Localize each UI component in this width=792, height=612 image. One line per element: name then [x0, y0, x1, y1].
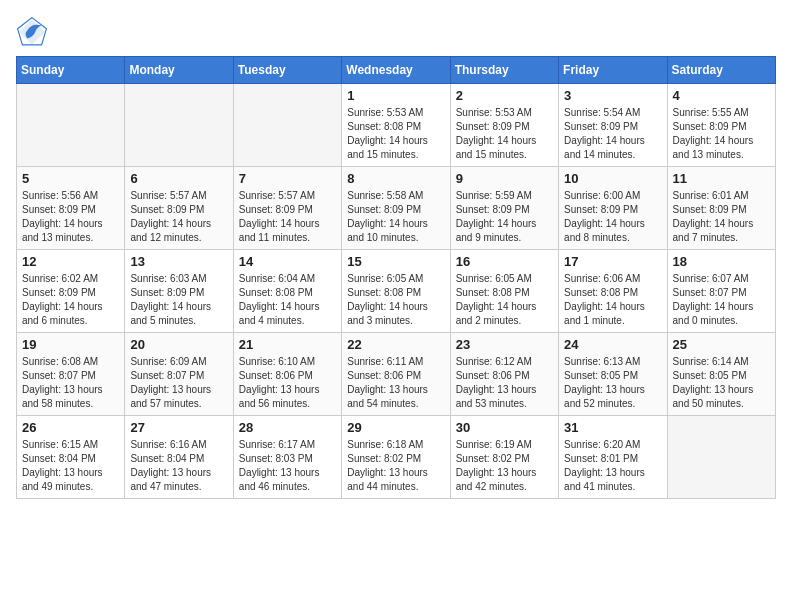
day-number: 8 [347, 171, 444, 186]
calendar-day-cell [125, 84, 233, 167]
day-info: Sunrise: 5:57 AM Sunset: 8:09 PM Dayligh… [239, 189, 336, 245]
day-info: Sunrise: 5:54 AM Sunset: 8:09 PM Dayligh… [564, 106, 661, 162]
day-info: Sunrise: 6:00 AM Sunset: 8:09 PM Dayligh… [564, 189, 661, 245]
day-number: 28 [239, 420, 336, 435]
day-info: Sunrise: 6:19 AM Sunset: 8:02 PM Dayligh… [456, 438, 553, 494]
calendar-day-cell: 26Sunrise: 6:15 AM Sunset: 8:04 PM Dayli… [17, 416, 125, 499]
day-number: 21 [239, 337, 336, 352]
weekday-header: Monday [125, 57, 233, 84]
day-number: 19 [22, 337, 119, 352]
calendar-day-cell: 19Sunrise: 6:08 AM Sunset: 8:07 PM Dayli… [17, 333, 125, 416]
calendar-day-cell: 17Sunrise: 6:06 AM Sunset: 8:08 PM Dayli… [559, 250, 667, 333]
calendar-week-row: 1Sunrise: 5:53 AM Sunset: 8:08 PM Daylig… [17, 84, 776, 167]
day-number: 24 [564, 337, 661, 352]
calendar-day-cell: 14Sunrise: 6:04 AM Sunset: 8:08 PM Dayli… [233, 250, 341, 333]
day-info: Sunrise: 5:58 AM Sunset: 8:09 PM Dayligh… [347, 189, 444, 245]
day-number: 13 [130, 254, 227, 269]
day-info: Sunrise: 6:04 AM Sunset: 8:08 PM Dayligh… [239, 272, 336, 328]
day-info: Sunrise: 6:08 AM Sunset: 8:07 PM Dayligh… [22, 355, 119, 411]
calendar-day-cell: 10Sunrise: 6:00 AM Sunset: 8:09 PM Dayli… [559, 167, 667, 250]
weekday-header: Wednesday [342, 57, 450, 84]
calendar-header: SundayMondayTuesdayWednesdayThursdayFrid… [17, 57, 776, 84]
day-info: Sunrise: 6:13 AM Sunset: 8:05 PM Dayligh… [564, 355, 661, 411]
calendar-day-cell: 6Sunrise: 5:57 AM Sunset: 8:09 PM Daylig… [125, 167, 233, 250]
calendar-day-cell [667, 416, 775, 499]
day-number: 11 [673, 171, 770, 186]
calendar-day-cell: 27Sunrise: 6:16 AM Sunset: 8:04 PM Dayli… [125, 416, 233, 499]
day-info: Sunrise: 6:05 AM Sunset: 8:08 PM Dayligh… [456, 272, 553, 328]
day-info: Sunrise: 6:01 AM Sunset: 8:09 PM Dayligh… [673, 189, 770, 245]
calendar-day-cell: 15Sunrise: 6:05 AM Sunset: 8:08 PM Dayli… [342, 250, 450, 333]
day-number: 3 [564, 88, 661, 103]
day-number: 17 [564, 254, 661, 269]
day-info: Sunrise: 5:57 AM Sunset: 8:09 PM Dayligh… [130, 189, 227, 245]
day-number: 18 [673, 254, 770, 269]
day-info: Sunrise: 6:06 AM Sunset: 8:08 PM Dayligh… [564, 272, 661, 328]
day-info: Sunrise: 6:02 AM Sunset: 8:09 PM Dayligh… [22, 272, 119, 328]
day-number: 29 [347, 420, 444, 435]
day-number: 25 [673, 337, 770, 352]
day-info: Sunrise: 5:55 AM Sunset: 8:09 PM Dayligh… [673, 106, 770, 162]
logo-icon [16, 16, 48, 48]
weekday-header: Thursday [450, 57, 558, 84]
calendar-day-cell: 12Sunrise: 6:02 AM Sunset: 8:09 PM Dayli… [17, 250, 125, 333]
calendar-day-cell: 13Sunrise: 6:03 AM Sunset: 8:09 PM Dayli… [125, 250, 233, 333]
day-number: 27 [130, 420, 227, 435]
day-info: Sunrise: 6:03 AM Sunset: 8:09 PM Dayligh… [130, 272, 227, 328]
day-info: Sunrise: 6:12 AM Sunset: 8:06 PM Dayligh… [456, 355, 553, 411]
calendar-day-cell: 22Sunrise: 6:11 AM Sunset: 8:06 PM Dayli… [342, 333, 450, 416]
weekday-header: Tuesday [233, 57, 341, 84]
day-info: Sunrise: 6:11 AM Sunset: 8:06 PM Dayligh… [347, 355, 444, 411]
day-number: 16 [456, 254, 553, 269]
calendar-day-cell: 28Sunrise: 6:17 AM Sunset: 8:03 PM Dayli… [233, 416, 341, 499]
calendar-day-cell: 25Sunrise: 6:14 AM Sunset: 8:05 PM Dayli… [667, 333, 775, 416]
calendar-day-cell: 29Sunrise: 6:18 AM Sunset: 8:02 PM Dayli… [342, 416, 450, 499]
calendar-day-cell: 23Sunrise: 6:12 AM Sunset: 8:06 PM Dayli… [450, 333, 558, 416]
calendar-day-cell: 11Sunrise: 6:01 AM Sunset: 8:09 PM Dayli… [667, 167, 775, 250]
day-number: 7 [239, 171, 336, 186]
day-number: 23 [456, 337, 553, 352]
calendar-day-cell: 30Sunrise: 6:19 AM Sunset: 8:02 PM Dayli… [450, 416, 558, 499]
calendar-day-cell: 4Sunrise: 5:55 AM Sunset: 8:09 PM Daylig… [667, 84, 775, 167]
calendar-day-cell [17, 84, 125, 167]
day-info: Sunrise: 6:05 AM Sunset: 8:08 PM Dayligh… [347, 272, 444, 328]
calendar-week-row: 5Sunrise: 5:56 AM Sunset: 8:09 PM Daylig… [17, 167, 776, 250]
day-number: 31 [564, 420, 661, 435]
calendar-day-cell: 20Sunrise: 6:09 AM Sunset: 8:07 PM Dayli… [125, 333, 233, 416]
day-number: 15 [347, 254, 444, 269]
calendar-day-cell: 2Sunrise: 5:53 AM Sunset: 8:09 PM Daylig… [450, 84, 558, 167]
logo [16, 16, 52, 48]
day-number: 6 [130, 171, 227, 186]
calendar-table: SundayMondayTuesdayWednesdayThursdayFrid… [16, 56, 776, 499]
calendar-day-cell: 16Sunrise: 6:05 AM Sunset: 8:08 PM Dayli… [450, 250, 558, 333]
page-header [16, 16, 776, 48]
day-number: 9 [456, 171, 553, 186]
day-info: Sunrise: 6:20 AM Sunset: 8:01 PM Dayligh… [564, 438, 661, 494]
day-info: Sunrise: 6:18 AM Sunset: 8:02 PM Dayligh… [347, 438, 444, 494]
calendar-day-cell: 18Sunrise: 6:07 AM Sunset: 8:07 PM Dayli… [667, 250, 775, 333]
calendar-week-row: 12Sunrise: 6:02 AM Sunset: 8:09 PM Dayli… [17, 250, 776, 333]
day-info: Sunrise: 6:10 AM Sunset: 8:06 PM Dayligh… [239, 355, 336, 411]
day-info: Sunrise: 5:53 AM Sunset: 8:09 PM Dayligh… [456, 106, 553, 162]
calendar-day-cell: 31Sunrise: 6:20 AM Sunset: 8:01 PM Dayli… [559, 416, 667, 499]
day-number: 5 [22, 171, 119, 186]
weekday-header: Saturday [667, 57, 775, 84]
day-info: Sunrise: 6:17 AM Sunset: 8:03 PM Dayligh… [239, 438, 336, 494]
day-info: Sunrise: 5:59 AM Sunset: 8:09 PM Dayligh… [456, 189, 553, 245]
weekday-header: Sunday [17, 57, 125, 84]
calendar-day-cell: 3Sunrise: 5:54 AM Sunset: 8:09 PM Daylig… [559, 84, 667, 167]
calendar-day-cell: 24Sunrise: 6:13 AM Sunset: 8:05 PM Dayli… [559, 333, 667, 416]
day-number: 4 [673, 88, 770, 103]
day-number: 30 [456, 420, 553, 435]
calendar-day-cell: 21Sunrise: 6:10 AM Sunset: 8:06 PM Dayli… [233, 333, 341, 416]
calendar-day-cell: 9Sunrise: 5:59 AM Sunset: 8:09 PM Daylig… [450, 167, 558, 250]
calendar-week-row: 19Sunrise: 6:08 AM Sunset: 8:07 PM Dayli… [17, 333, 776, 416]
day-number: 26 [22, 420, 119, 435]
calendar-day-cell: 5Sunrise: 5:56 AM Sunset: 8:09 PM Daylig… [17, 167, 125, 250]
day-number: 1 [347, 88, 444, 103]
weekday-header: Friday [559, 57, 667, 84]
calendar-day-cell [233, 84, 341, 167]
day-number: 12 [22, 254, 119, 269]
day-info: Sunrise: 6:07 AM Sunset: 8:07 PM Dayligh… [673, 272, 770, 328]
day-info: Sunrise: 5:56 AM Sunset: 8:09 PM Dayligh… [22, 189, 119, 245]
